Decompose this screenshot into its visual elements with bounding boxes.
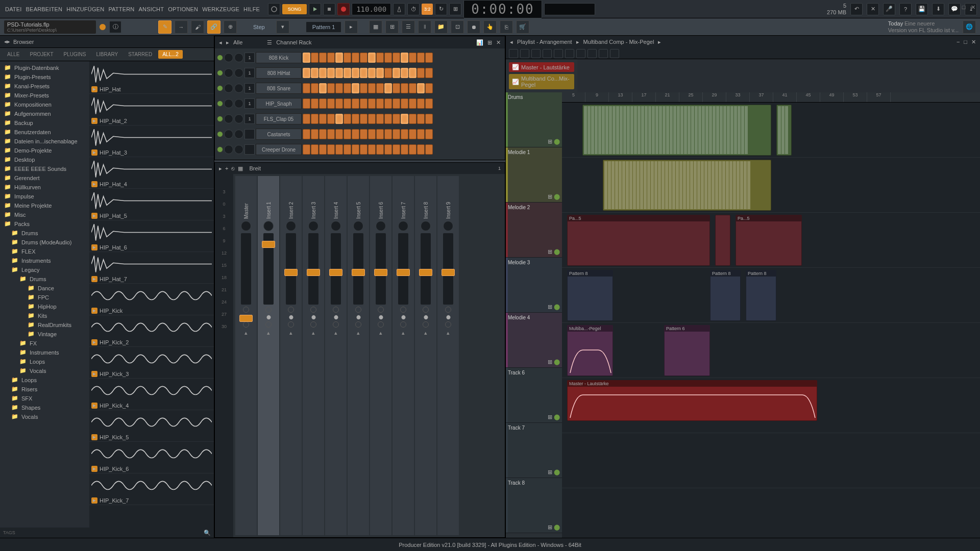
sample-row[interactable]: ▸HIP_Hat (89, 62, 214, 94)
step-button[interactable] (401, 68, 408, 78)
playlist-clip[interactable]: Multiba...-Pegel (567, 325, 613, 376)
mute-led[interactable] (217, 131, 223, 137)
render-icon[interactable]: ⬇ (932, 3, 944, 15)
step-button[interactable] (401, 144, 408, 155)
time-marker[interactable]: 5 (562, 92, 585, 102)
tempo-display[interactable]: 110.000 (352, 3, 391, 15)
step-button[interactable] (368, 68, 376, 78)
time-marker[interactable]: 17 (632, 92, 656, 102)
step-button[interactable] (335, 144, 343, 155)
fx-enable[interactable] (243, 307, 249, 313)
channel-number[interactable]: 1 (244, 68, 255, 78)
step-button[interactable] (376, 144, 384, 155)
tree-item[interactable]: 📁Kompositionen (0, 100, 89, 109)
step-button[interactable] (303, 114, 310, 124)
channel-row[interactable]: 1808 Kick (217, 51, 503, 65)
tool-stamp[interactable]: ⊕ (224, 20, 237, 34)
mixer-track[interactable]: Insert 8⬤▴ (415, 176, 436, 535)
fader[interactable] (421, 233, 431, 305)
mixer-track[interactable]: Insert 3⬤▴ (303, 176, 324, 535)
browser-tab-all2[interactable]: ALL...2 (158, 50, 183, 59)
tree-item[interactable]: 📁Plugin-Presets (0, 72, 89, 82)
mute-led[interactable] (217, 55, 223, 61)
step-button[interactable] (360, 83, 368, 93)
tree-item[interactable]: 📁Dance (0, 284, 89, 293)
play-button[interactable] (309, 3, 321, 15)
step-button[interactable] (384, 68, 392, 78)
playlist-breadcrumb[interactable]: Multiband Comp - Mix-Pegel (583, 39, 654, 45)
playlist-track-header[interactable]: Melodie 2⊞⬤ (506, 203, 562, 258)
pan-knob[interactable] (286, 221, 296, 231)
mixer-track[interactable]: Insert 6⬤▴ (370, 176, 391, 535)
step-button[interactable] (344, 129, 351, 139)
channel-name[interactable]: 808 Snare (256, 83, 302, 94)
countdown-icon[interactable]: ⏱ (407, 3, 420, 15)
sample-row[interactable]: ▸HIP_Hat_3 (89, 126, 214, 157)
fx-enable[interactable] (378, 307, 384, 313)
time-marker[interactable]: 57 (867, 92, 891, 102)
playlist-clip[interactable]: Pa...5 (567, 215, 710, 266)
undo-history-icon[interactable]: ↶ (850, 3, 863, 15)
pl-tool-slip[interactable] (610, 49, 619, 58)
step-button[interactable] (409, 68, 416, 78)
shop-icon[interactable]: 🛒 (516, 20, 529, 34)
track-pianoroll-icon[interactable]: ⊞ (548, 524, 552, 531)
step-button[interactable] (376, 68, 384, 78)
channel-name[interactable]: 808 HiHat (256, 67, 302, 79)
mute-led[interactable] (217, 101, 223, 107)
vol-knob[interactable] (234, 68, 243, 78)
pl-tool-paint[interactable] (554, 49, 563, 58)
track-mute-icon[interactable]: ⬤ (554, 138, 560, 145)
time-marker[interactable]: 33 (726, 92, 750, 102)
fx-enable[interactable] (400, 307, 406, 313)
step-button[interactable] (303, 98, 310, 109)
step-button[interactable] (303, 83, 310, 93)
playlist-clip[interactable]: Pattern 6 (664, 325, 710, 376)
fader[interactable] (443, 233, 453, 305)
sample-row[interactable]: ▸HIP_Kick_5 (89, 410, 214, 442)
step-button[interactable] (393, 53, 400, 63)
pan-knob[interactable] (376, 221, 386, 231)
snap-dropdown[interactable]: ▾ (276, 20, 289, 34)
step-button[interactable] (335, 83, 343, 93)
step-button[interactable] (335, 53, 343, 63)
menu-add[interactable]: HINZUFÜGEN (64, 4, 106, 14)
playlist-track-header[interactable]: Track 7⊞⬤ (506, 423, 562, 478)
tree-item[interactable]: 📁Vintage (0, 330, 89, 339)
step-button[interactable] (327, 129, 335, 139)
step-button[interactable] (417, 68, 425, 78)
browser-fwd-icon[interactable]: ▸ (7, 38, 10, 45)
step-button[interactable] (344, 68, 351, 78)
step-button[interactable] (409, 83, 416, 93)
playlist-clip[interactable] (776, 105, 792, 156)
fader[interactable] (263, 233, 274, 305)
send-target[interactable] (445, 321, 451, 328)
step-button[interactable] (368, 98, 376, 109)
time-marker[interactable]: 29 (703, 92, 726, 102)
playlist-row[interactable] (562, 433, 980, 488)
tree-item[interactable]: 📁Mixer-Presets (0, 91, 89, 100)
step-button[interactable] (311, 68, 318, 78)
mixer-view-icon[interactable]: ▦ (238, 165, 243, 172)
step-button[interactable] (368, 114, 376, 124)
step-button[interactable] (384, 98, 392, 109)
step-button[interactable] (360, 53, 368, 63)
pattern-next[interactable]: ▸ (345, 20, 358, 34)
step-button[interactable] (393, 129, 400, 139)
playlist-track-header[interactable]: Track 6⊞⬤ (506, 368, 562, 423)
tree-item[interactable]: 📁Meine Projekte (0, 201, 89, 210)
sample-row[interactable]: ▸HIP_Hat_6 (89, 220, 214, 252)
view-piano-roll-icon[interactable]: ⊞ (385, 20, 399, 34)
step-button[interactable] (344, 83, 351, 93)
step-button[interactable] (384, 83, 392, 93)
step-button[interactable] (393, 114, 400, 124)
step-button[interactable] (311, 144, 318, 155)
step-button[interactable] (360, 129, 368, 139)
step-button[interactable] (409, 53, 416, 63)
step-button[interactable] (425, 129, 433, 139)
playlist-track-header[interactable]: Melodie 4⊞⬤ (506, 313, 562, 368)
send-target[interactable] (243, 321, 249, 328)
playlist-track-header[interactable]: Track 8⊞⬤ (506, 478, 562, 533)
pl-tool-draw[interactable] (543, 49, 552, 58)
menu-file[interactable]: DATEI (3, 4, 24, 14)
